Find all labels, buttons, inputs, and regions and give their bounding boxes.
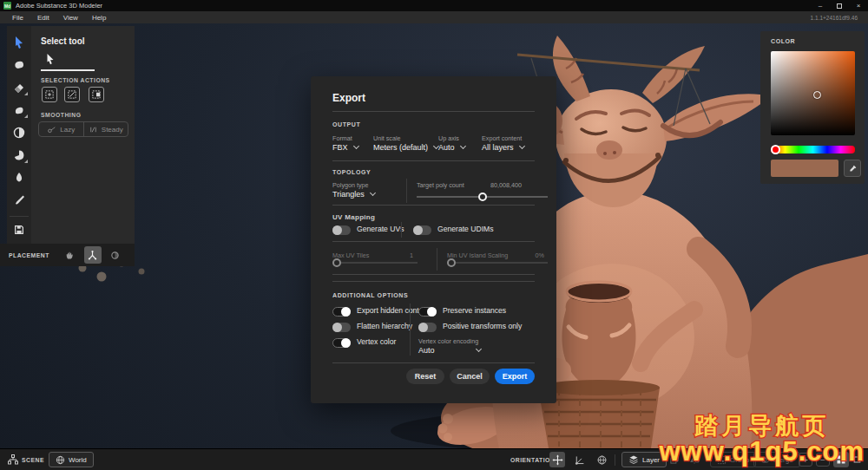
divider: [332, 111, 535, 112]
eyedropper-button[interactable]: [844, 160, 861, 177]
world-button[interactable]: World: [49, 452, 94, 467]
invert-selection-button[interactable]: [64, 87, 80, 102]
toggle-knob: [332, 225, 342, 235]
sphere-placement-button[interactable]: [107, 246, 124, 264]
maximize-button[interactable]: [830, 0, 849, 11]
generate-uvs-label: Generate UVs: [357, 225, 404, 233]
divider: [332, 160, 535, 161]
unit-scale-dropdown[interactable]: Meters (default): [373, 143, 438, 152]
polygon-type-dropdown[interactable]: Triangles: [332, 190, 375, 199]
orientation-move-button[interactable]: [549, 452, 565, 467]
slider-knob[interactable]: [332, 258, 341, 267]
titlebar: Md Adobe Substance 3D Modeler – ×: [0, 0, 868, 11]
smoothing-steady-button[interactable]: Steady: [84, 122, 128, 136]
divider: [332, 205, 535, 206]
encoding-value: Auto: [418, 346, 435, 355]
minimize-button[interactable]: –: [811, 0, 830, 11]
positive-transforms-toggle[interactable]: [418, 323, 437, 332]
vertical-divider: [410, 304, 411, 356]
select-all-button[interactable]: [42, 87, 57, 102]
orientation-pivot-button[interactable]: [571, 452, 587, 467]
globe-icon: [56, 455, 65, 465]
color-gradient-field[interactable]: [771, 51, 855, 135]
smooth-tool-icon[interactable]: [10, 101, 29, 119]
target-poly-label: Target poly count: [417, 181, 464, 189]
up-axis-label: Up axis: [438, 134, 459, 142]
version-label: 1.1.1+24161df9.46: [811, 15, 863, 21]
reset-button[interactable]: Reset: [406, 369, 444, 384]
slider-knob[interactable]: [478, 193, 487, 201]
max-uv-tiles-value: 1: [410, 251, 413, 259]
min-uv-island-label: Min UV Island Scaling: [447, 251, 508, 259]
selection-actions-heading: SELECTION ACTIONS: [41, 77, 110, 83]
submenu-corner-icon: [24, 92, 28, 95]
app-logo-icon: Md: [3, 2, 11, 10]
pivot-axis-icon: [574, 454, 585, 466]
clay-tool-icon[interactable]: [10, 55, 29, 74]
paint-drop-tool-icon[interactable]: [10, 168, 29, 186]
close-button[interactable]: ×: [849, 0, 868, 11]
generate-uvs-toggle[interactable]: [332, 225, 351, 235]
toolbar-divider: [10, 216, 29, 217]
slider-knob[interactable]: [447, 258, 456, 267]
positive-transforms-label: Positive transforms only: [443, 322, 522, 330]
current-color-swatch: [771, 160, 838, 177]
smoothing-lazy-button[interactable]: Lazy: [39, 122, 84, 136]
axis-placement-button[interactable]: [84, 246, 102, 264]
unit-scale-value: Meters (default): [373, 143, 428, 152]
vertical-divider: [401, 222, 402, 238]
subtract-selection-button[interactable]: [89, 87, 104, 102]
polygon-type-value: Triangles: [332, 190, 365, 199]
max-uv-tiles-slider[interactable]: [332, 262, 418, 264]
topology-heading: TOPOLOGY: [332, 169, 371, 175]
divider: [332, 241, 535, 242]
sphere-icon: [109, 250, 121, 261]
menu-file[interactable]: File: [5, 14, 30, 22]
hand-placement-button[interactable]: [62, 246, 79, 264]
unit-scale-label: Unit scale: [373, 134, 401, 142]
generate-udims-toggle[interactable]: [413, 225, 431, 235]
target-poly-slider[interactable]: [417, 196, 548, 198]
active-tool-underline: [41, 69, 95, 71]
save-tool-icon[interactable]: [10, 221, 29, 239]
menu-edit[interactable]: Edit: [30, 14, 56, 22]
orientation-label: ORIENTATION: [510, 457, 555, 463]
min-uv-island-slider[interactable]: [447, 262, 548, 264]
cancel-button[interactable]: Cancel: [450, 369, 490, 384]
toggle-knob: [427, 307, 437, 317]
format-dropdown[interactable]: FBX: [332, 143, 358, 152]
cut-tool-icon[interactable]: [10, 146, 29, 164]
up-axis-value: Auto: [438, 143, 455, 152]
toggle-knob: [341, 307, 351, 317]
vertex-color-toggle[interactable]: [332, 338, 351, 348]
flatten-hierarchy-toggle[interactable]: [332, 323, 351, 332]
select-tool-icon[interactable]: [10, 33, 29, 51]
hue-slider-knob[interactable]: [771, 145, 780, 154]
export-hidden-toggle[interactable]: [332, 307, 351, 317]
color-picker-handle[interactable]: [813, 91, 821, 99]
up-axis-dropdown[interactable]: Auto: [438, 143, 465, 152]
format-label: Format: [332, 134, 352, 142]
lazy-label: Lazy: [60, 126, 75, 134]
axis-icon: [87, 250, 98, 261]
hue-slider[interactable]: [771, 146, 855, 153]
split-tool-icon[interactable]: [10, 123, 29, 141]
watermark-line2: www.q1q5.com: [659, 438, 865, 467]
export-content-dropdown[interactable]: All layers: [482, 143, 524, 152]
scene-label: SCENE: [22, 457, 44, 463]
preserve-instances-toggle[interactable]: [418, 307, 437, 317]
smoothing-toggle-group: Lazy Steady: [38, 121, 128, 137]
steady-icon: [89, 125, 98, 134]
vertex-color-encoding-dropdown[interactable]: Auto: [418, 346, 481, 355]
divider: [332, 362, 535, 363]
brush-tool-icon[interactable]: [10, 191, 29, 209]
placement-bar: PLACEMENT: [0, 244, 135, 266]
menu-view[interactable]: View: [56, 14, 85, 22]
export-button[interactable]: Export: [495, 369, 535, 384]
left-toolbar: [7, 26, 31, 244]
tool-panel-title: Select tool: [41, 36, 85, 46]
menu-help[interactable]: Help: [85, 14, 113, 22]
export-content-value: All layers: [482, 143, 514, 152]
eraser-tool-icon[interactable]: [10, 78, 29, 96]
orientation-world-button[interactable]: [594, 452, 609, 467]
